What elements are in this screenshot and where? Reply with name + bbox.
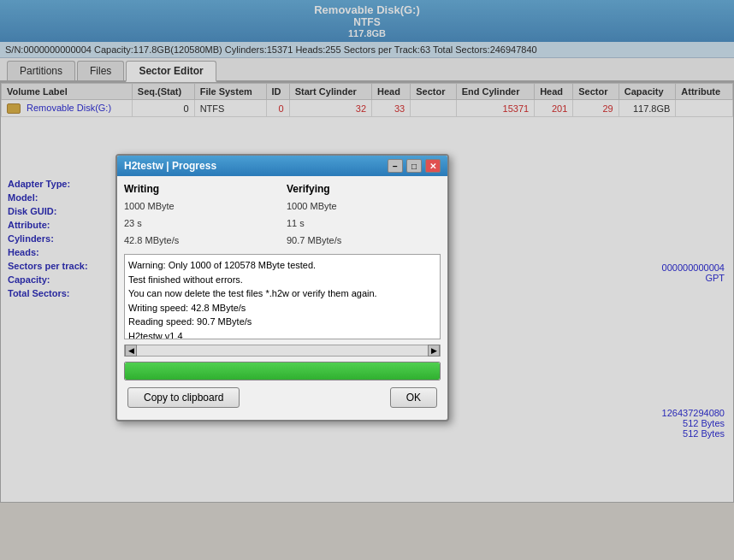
verifying-speed: 90.7 MByte/s bbox=[287, 233, 441, 250]
verifying-header: Verifying bbox=[287, 183, 441, 195]
scroll-right-button[interactable]: ▶ bbox=[428, 345, 440, 357]
writing-speed: 42.8 MByte/s bbox=[124, 233, 278, 250]
writing-column: Writing 1000 MByte 23 s 42.8 MByte/s bbox=[124, 183, 278, 249]
writing-header: Writing bbox=[124, 183, 278, 195]
log-line: Test finished without errors. bbox=[128, 273, 436, 287]
modal-maximize-button[interactable]: □ bbox=[406, 159, 422, 173]
log-line: Reading speed: 90.7 MByte/s bbox=[128, 315, 436, 329]
verifying-time: 11 s bbox=[287, 215, 441, 233]
writing-size: 1000 MByte bbox=[124, 198, 278, 215]
copy-clipboard-button[interactable]: Copy to clipboard bbox=[127, 387, 240, 408]
scroll-left-button[interactable]: ◀ bbox=[125, 345, 137, 357]
progress-bar-fill bbox=[125, 363, 440, 380]
modal-close-button[interactable]: ✕ bbox=[425, 159, 441, 173]
ok-button[interactable]: OK bbox=[390, 387, 437, 408]
verifying-column: Verifying 1000 MByte 11 s 90.7 MByte/s bbox=[287, 183, 441, 249]
modal-columns: Writing 1000 MByte 23 s 42.8 MByte/s Ver… bbox=[124, 183, 441, 249]
horizontal-scrollbar[interactable]: ◀ ▶ bbox=[124, 345, 441, 357]
log-line: You can now delete the test files *.h2w … bbox=[128, 286, 436, 301]
modal-body: Writing 1000 MByte 23 s 42.8 MByte/s Ver… bbox=[117, 176, 447, 420]
writing-time: 23 s bbox=[124, 215, 278, 233]
log-line: H2testw v1.4 bbox=[128, 329, 436, 340]
writing-values: 1000 MByte 23 s 42.8 MByte/s bbox=[124, 198, 278, 249]
modal-minimize-button[interactable]: − bbox=[388, 159, 403, 173]
progress-bar-container bbox=[124, 362, 441, 380]
log-line: Writing speed: 42.8 MByte/s bbox=[128, 301, 436, 315]
modal-dialog: H2testw | Progress − □ ✕ Writing 1000 MB… bbox=[115, 154, 449, 421]
log-area: Warning: Only 1000 of 120578 MByte teste… bbox=[124, 254, 441, 339]
modal-footer: Copy to clipboard OK bbox=[124, 387, 441, 413]
verifying-values: 1000 MByte 11 s 90.7 MByte/s bbox=[287, 198, 441, 249]
modal-titlebar: H2testw | Progress − □ ✕ bbox=[117, 156, 447, 176]
verifying-size: 1000 MByte bbox=[287, 198, 441, 215]
modal-title: H2testw | Progress bbox=[124, 160, 216, 172]
modal-controls: − □ ✕ bbox=[388, 159, 441, 173]
scroll-track[interactable] bbox=[137, 345, 428, 356]
log-line: Warning: Only 1000 of 120578 MByte teste… bbox=[128, 258, 436, 273]
